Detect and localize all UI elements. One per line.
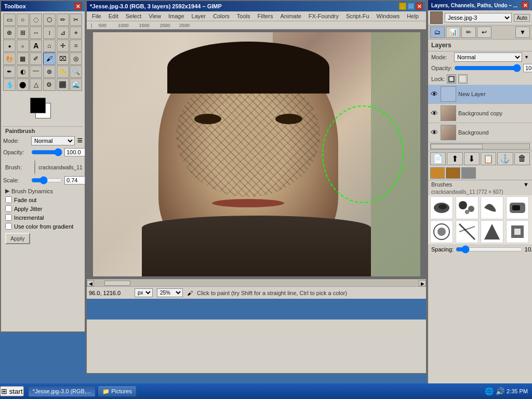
duplicate-layer-button[interactable]: 📋: [481, 152, 496, 165]
taskbar-item-pictures[interactable]: 📁 Pictures: [98, 385, 137, 397]
anchor-layer-button[interactable]: ⚓: [497, 152, 513, 165]
layer-item-new-layer[interactable]: 👁 New Layer: [428, 85, 532, 104]
tab-paths[interactable]: ✏: [461, 26, 476, 38]
tab-undo[interactable]: ↩: [477, 26, 491, 38]
canvas-area[interactable]: [87, 30, 426, 279]
opacity-value[interactable]: 100.0: [523, 64, 532, 72]
tab-options[interactable]: ▼: [515, 26, 530, 38]
lock-pixels-button[interactable]: 🔲: [447, 74, 456, 84]
menu-fxfoundry[interactable]: FX-Foundry: [305, 12, 342, 20]
tool-extra3[interactable]: ⚙: [43, 78, 56, 91]
menu-image[interactable]: Image: [165, 12, 188, 20]
tab-channels[interactable]: 📊: [446, 26, 460, 38]
tool-shear[interactable]: ⌖: [70, 26, 82, 39]
tool-scale[interactable]: ⊿: [57, 26, 69, 39]
brush-cell-3[interactable]: [481, 196, 503, 219]
zoom-select[interactable]: 25% 50% 100%: [157, 288, 183, 297]
menu-animate[interactable]: Animate: [277, 12, 304, 20]
tool-pencil[interactable]: ✐: [30, 52, 42, 65]
menu-file[interactable]: File: [89, 12, 104, 20]
scroll-right-button[interactable]: ▶: [419, 280, 426, 286]
fade-out-checkbox[interactable]: [5, 196, 12, 203]
layers-scrollbar[interactable]: [430, 143, 530, 150]
tool-extra2[interactable]: △: [30, 78, 42, 91]
tool-measure[interactable]: 📏: [57, 65, 69, 78]
opacity-slider[interactable]: [31, 148, 62, 156]
mode-select[interactable]: Normal: [31, 136, 75, 145]
menu-select[interactable]: Select: [123, 12, 145, 20]
brush-preview-icon[interactable]: [34, 159, 35, 175]
scale-slider[interactable]: [31, 176, 62, 184]
brush-cell-7[interactable]: [481, 220, 503, 243]
eye-icon-new-layer[interactable]: 👁: [430, 90, 438, 98]
tool-move[interactable]: ⊕: [3, 26, 16, 39]
main-minimize[interactable]: _: [399, 3, 406, 10]
tool-airbrush[interactable]: ◎: [70, 52, 82, 65]
spacing-slider[interactable]: [456, 245, 523, 254]
tool-color-picker[interactable]: 💧: [3, 78, 16, 91]
menu-edit[interactable]: Edit: [105, 12, 122, 20]
tool-heal[interactable]: ✛: [57, 39, 69, 52]
tab-layers[interactable]: 🗂: [430, 26, 445, 38]
brush-cell-8[interactable]: [506, 220, 529, 243]
image-canvas[interactable]: [93, 32, 420, 276]
lower-layer-button[interactable]: ⬇: [464, 152, 480, 165]
color-chip-gray[interactable]: [461, 167, 476, 179]
foreground-color[interactable]: [30, 98, 46, 113]
tool-clone[interactable]: ⌂: [43, 39, 56, 52]
scroll-thumb[interactable]: [104, 281, 130, 286]
tool-ellipse-select[interactable]: ○: [17, 14, 29, 26]
tool-convolve[interactable]: ⊛: [43, 65, 56, 78]
auto-button[interactable]: Auto: [514, 14, 530, 22]
menu-windows[interactable]: Windows: [374, 12, 403, 20]
menu-filters[interactable]: Filters: [255, 12, 276, 20]
color-chip-brown[interactable]: [446, 167, 460, 179]
tool-smudge[interactable]: 〰: [30, 65, 42, 78]
eye-icon-background[interactable]: 👁: [430, 128, 438, 137]
menu-scriptfu[interactable]: Script-Fu: [343, 12, 373, 20]
menu-view[interactable]: View: [145, 12, 164, 20]
tool-rect-select[interactable]: ▭: [3, 14, 16, 26]
tool-align[interactable]: ⊞: [17, 26, 29, 39]
volume-icon[interactable]: 🔊: [496, 387, 504, 395]
tool-crop[interactable]: ↔: [30, 26, 42, 39]
main-maximize[interactable]: □: [407, 3, 415, 10]
brush-cell-1[interactable]: [430, 196, 453, 219]
eye-icon-bg-copy[interactable]: 👁: [430, 109, 438, 117]
tool-ink[interactable]: ✒: [3, 65, 16, 78]
color-boxes[interactable]: [28, 95, 59, 121]
brushes-collapse-icon[interactable]: ▼: [523, 181, 529, 188]
network-icon[interactable]: 🌐: [485, 387, 494, 395]
layer-item-bg-copy[interactable]: 👁 Background copy: [428, 104, 532, 123]
apply-button[interactable]: Apply: [5, 233, 30, 244]
menu-tools[interactable]: Tools: [234, 12, 254, 20]
opacity-input[interactable]: 100.0: [64, 148, 85, 156]
menu-colors[interactable]: Colors: [210, 12, 233, 20]
layers-close[interactable]: ✕: [522, 2, 529, 9]
tool-paintbrush[interactable]: 🖌: [43, 52, 56, 65]
color-chip-orange[interactable]: [430, 167, 445, 179]
tool-by-color[interactable]: ✏: [57, 14, 69, 26]
file-select[interactable]: Jesse.jpg-3: [445, 13, 512, 22]
tool-scissors[interactable]: ✂: [70, 14, 82, 26]
tool-free-select[interactable]: ◌: [30, 14, 42, 26]
start-button[interactable]: ⊞ start: [0, 386, 24, 396]
tool-zoom[interactable]: 🔍: [70, 65, 82, 78]
toolbox-close-button[interactable]: ✕: [74, 3, 82, 10]
tool-perspective-clone[interactable]: ⌗: [70, 39, 82, 52]
brush-cell-6[interactable]: [456, 220, 478, 243]
tool-dodge-burn[interactable]: ◐: [17, 65, 29, 78]
scroll-left-button[interactable]: ◀: [87, 280, 94, 286]
brush-cell-2[interactable]: [456, 196, 478, 219]
tool-flip[interactable]: ⬦: [17, 39, 29, 52]
tool-rotate[interactable]: ↕: [43, 26, 56, 39]
brush-cell-4[interactable]: [506, 196, 529, 219]
unit-select[interactable]: px: [135, 288, 153, 297]
raise-layer-button[interactable]: ⬆: [447, 152, 462, 165]
main-close[interactable]: ✕: [416, 3, 423, 10]
mode-select[interactable]: Normal: [454, 52, 522, 62]
brush-dynamics-toggle[interactable]: ▶ Brush Dynamics: [3, 187, 83, 195]
lock-alpha-button[interactable]: ⬜: [458, 74, 468, 84]
brush-cell-5[interactable]: [430, 220, 453, 243]
tool-blend[interactable]: ▦: [17, 52, 29, 65]
